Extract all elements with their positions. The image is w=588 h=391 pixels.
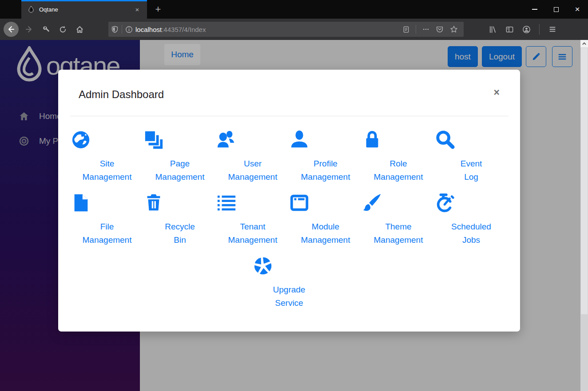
modal-header: Admin Dashboard × <box>58 70 520 101</box>
trash-icon <box>143 193 216 213</box>
person-icon <box>289 130 362 150</box>
lock-icon <box>362 130 435 150</box>
admin-tile-grid: SiteManagementPageManagementUserManageme… <box>58 116 520 319</box>
sidebar-toggle-icon <box>505 25 514 34</box>
people-icon <box>216 130 289 150</box>
aperture-icon <box>253 256 326 276</box>
reader-mode-icon <box>402 26 410 33</box>
admin-tile-label: ScheduledJobs <box>435 220 508 247</box>
pocket-icon <box>436 25 444 33</box>
chevron-up-icon <box>582 41 587 46</box>
admin-tile-label: RoleManagement <box>362 157 435 184</box>
url-host: localhost <box>135 26 162 33</box>
site-info-icon[interactable] <box>125 26 133 33</box>
modal-title: Admin Dashboard <box>79 88 494 101</box>
url-text[interactable]: localhost:44357/4/Index <box>135 26 399 33</box>
admin-tile-event-log[interactable]: EventLog <box>435 130 508 193</box>
scroll-up-button[interactable] <box>580 40 588 47</box>
menu-button[interactable] <box>544 22 561 37</box>
url-path: :44357/4/Index <box>162 26 206 33</box>
page-actions-button[interactable] <box>419 22 433 37</box>
admin-dashboard-modal: Admin Dashboard × SiteManagementPageMana… <box>58 70 520 332</box>
admin-tile-label: PageManagement <box>143 157 216 184</box>
address-bar[interactable]: localhost:44357/4/Index <box>108 22 464 37</box>
library-icon <box>489 25 497 34</box>
reload-button[interactable] <box>54 22 71 37</box>
reader-mode-button[interactable] <box>399 22 413 37</box>
account-icon <box>522 25 531 34</box>
urlbar-separator <box>122 25 122 34</box>
ellipsis-icon <box>422 26 429 33</box>
admin-tile-label: ThemeManagement <box>362 220 435 247</box>
library-button[interactable] <box>484 22 501 37</box>
browser-tab[interactable]: Oqtane × <box>21 0 147 19</box>
new-tab-button[interactable]: + <box>150 2 166 17</box>
admin-tile-module-management[interactable]: ModuleManagement <box>289 193 362 256</box>
home-button[interactable] <box>71 22 88 37</box>
page-tools-button[interactable] <box>37 22 54 37</box>
admin-tile-role-management[interactable]: RoleManagement <box>362 130 435 193</box>
toolbar-right-icons <box>484 22 561 37</box>
admin-tile-file-management[interactable]: FileManagement <box>71 193 143 256</box>
back-button[interactable] <box>4 22 19 37</box>
admin-tile-label: EventLog <box>435 157 508 184</box>
sidebars-button[interactable] <box>501 22 518 37</box>
page-content: oqtane Home M <box>0 40 580 391</box>
titlebar: Oqtane × + × <box>0 0 588 19</box>
admin-tile-label: UpgradeService <box>253 283 326 310</box>
admin-tile-label: TenantManagement <box>216 220 289 247</box>
admin-tile-user-management[interactable]: UserManagement <box>216 130 289 193</box>
forward-button[interactable] <box>20 22 37 37</box>
admin-tile-theme-management[interactable]: ThemeManagement <box>362 193 435 256</box>
timer-icon <box>435 193 508 213</box>
minimize-button[interactable] <box>524 0 545 19</box>
urlbar-separator-2 <box>416 25 416 34</box>
admin-tile-label: SiteManagement <box>71 157 143 184</box>
home-icon <box>75 25 84 34</box>
hamburger-icon <box>548 25 556 33</box>
nav-toolbar: localhost:44357/4/Index <box>0 19 588 40</box>
admin-tile-page-management[interactable]: PageManagement <box>143 130 216 193</box>
scrollbar[interactable] <box>580 40 588 391</box>
admin-tile-label: RecycleBin <box>143 220 216 247</box>
pocket-button[interactable] <box>433 22 447 37</box>
brush-icon <box>362 193 435 213</box>
modal-close-button[interactable]: × <box>494 87 500 98</box>
bookmark-button[interactable] <box>447 22 461 37</box>
layers-icon <box>143 130 216 150</box>
window-controls: × <box>524 0 588 19</box>
maximize-button[interactable] <box>545 0 567 19</box>
admin-tile-label: ModuleManagement <box>289 220 362 247</box>
oqtane-favicon-droplet-icon <box>28 6 35 13</box>
globe-icon <box>71 130 143 150</box>
admin-tile-site-management[interactable]: SiteManagement <box>71 130 143 193</box>
browser-window: Oqtane × + × <box>0 0 588 391</box>
bookmark-star-icon <box>450 25 458 33</box>
toolbar-separator <box>539 24 540 35</box>
admin-tile-tenant-management[interactable]: TenantManagement <box>216 193 289 256</box>
browser-window-icon <box>289 193 362 213</box>
back-arrow-icon <box>7 25 16 34</box>
admin-tile-label: ProfileManagement <box>289 157 362 184</box>
window-close-button[interactable]: × <box>567 0 588 19</box>
admin-tile-label: UserManagement <box>216 157 289 184</box>
admin-tile-label: FileManagement <box>71 220 143 247</box>
tab-title: Oqtane <box>39 6 132 13</box>
admin-tile-profile-management[interactable]: ProfileManagement <box>289 130 362 193</box>
admin-tile-scheduled-jobs[interactable]: ScheduledJobs <box>435 193 508 256</box>
forward-arrow-icon <box>24 25 33 34</box>
wrench-icon <box>42 25 50 34</box>
scrollbar-thumb[interactable] <box>581 48 588 314</box>
file-icon <box>71 193 143 213</box>
tab-close-icon[interactable]: × <box>132 4 143 15</box>
account-button[interactable] <box>518 22 535 37</box>
page-viewport: oqtane Home M <box>0 40 588 391</box>
admin-tile-upgrade-service[interactable]: UpgradeService <box>253 256 326 319</box>
reload-icon <box>59 25 67 34</box>
tracking-shield-icon[interactable] <box>111 26 119 33</box>
admin-tile-recycle-bin[interactable]: RecycleBin <box>143 193 216 256</box>
list-icon <box>216 193 289 213</box>
magnifier-icon <box>435 130 508 150</box>
